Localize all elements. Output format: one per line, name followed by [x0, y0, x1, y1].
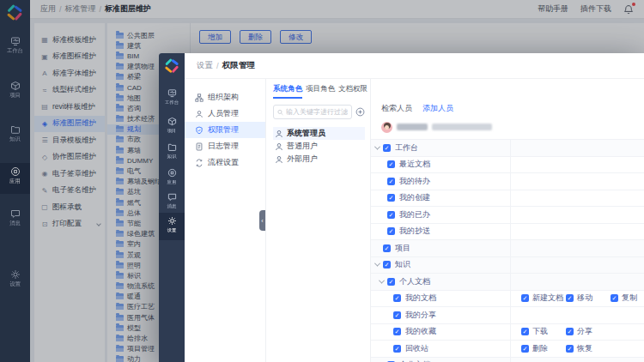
menu-label: 组织架构 — [208, 92, 239, 103]
breadcrumb-item[interactable]: 设置 — [197, 60, 213, 71]
checkbox-checked[interactable] — [387, 211, 395, 219]
role-filter-input[interactable] — [286, 108, 348, 116]
tree-row[interactable]: 我的抄送 — [371, 224, 644, 241]
checkbox-checked[interactable] — [521, 328, 529, 335]
sidebar-item-label: 工作台 — [161, 99, 184, 106]
user-row — [371, 118, 644, 136]
checkbox-checked[interactable] — [611, 294, 618, 302]
menu-item-logs[interactable]: 日志管理 — [185, 138, 265, 154]
permission-label: 我的分享 — [405, 310, 436, 321]
collapse-panel-handle[interactable]: ‹ — [259, 210, 265, 231]
permission-label: 我的已办 — [399, 209, 430, 220]
checkbox-checked[interactable] — [566, 328, 574, 335]
tree-row[interactable]: 最近文档 — [371, 157, 644, 174]
tree-row-favorites[interactable]: 我的收藏 下载 分享 — [371, 324, 644, 341]
role-item-selected[interactable]: 系统管理员 — [273, 127, 365, 140]
sidebar-item-settings[interactable]: 设置 — [159, 213, 185, 240]
settings-icon — [167, 216, 177, 226]
log-document-icon — [195, 142, 204, 151]
permission-label: 我的文档 — [405, 293, 436, 304]
sidebar-item-knowledge[interactable]: 知识 — [159, 142, 185, 160]
permission-label: 工作台 — [395, 142, 418, 154]
tab-project-roles[interactable]: 项目角色 — [306, 84, 335, 99]
chevron-down-icon[interactable] — [374, 261, 380, 267]
user-icon — [275, 130, 283, 138]
search-icon — [277, 109, 283, 116]
tree-row[interactable]: 我的创建 — [371, 190, 644, 208]
checkbox-checked[interactable] — [387, 160, 395, 168]
tree-row-recycle-bin[interactable]: 回收站 删除 恢复 — [371, 341, 644, 358]
menu-item-org-structure[interactable]: 组织架构 — [185, 89, 265, 106]
action-label: 移动 — [577, 293, 592, 304]
projects-icon — [167, 117, 177, 126]
tree-row-my-docs[interactable]: 我的文档 新建文档 移动 复制 — [371, 291, 644, 308]
menu-item-workflow[interactable]: 流程设置 — [185, 154, 265, 171]
checkbox-checked[interactable] — [393, 328, 401, 335]
permission-label: 我的创建 — [399, 192, 430, 203]
app-logo-icon — [163, 57, 180, 75]
permission-label: 我的待办 — [399, 176, 430, 187]
checkbox-checked[interactable] — [387, 278, 395, 286]
tree-row[interactable]: 我的分享 — [371, 307, 644, 324]
sidebar-item-messages[interactable]: 消息 — [159, 192, 185, 210]
tab-document-permissions[interactable]: 文档权限 — [338, 84, 368, 99]
menu-label: 流程设置 — [208, 157, 239, 168]
tab-system-roles[interactable]: 系统角色 — [273, 84, 302, 99]
checkbox-checked[interactable] — [521, 294, 529, 302]
menu-label: 人员管理 — [208, 108, 239, 119]
breadcrumb-separator: / — [216, 61, 219, 70]
checkbox-checked[interactable] — [393, 345, 401, 353]
permission-label: 我的抄送 — [399, 226, 430, 237]
workflow-icon — [195, 159, 204, 167]
tree-row[interactable]: 我的已办 — [371, 207, 644, 224]
checkbox-checked[interactable] — [387, 227, 395, 235]
redacted-user-name — [397, 124, 428, 130]
sidebar-item-label: 消息 — [161, 202, 184, 209]
sidebar-item-label: 设置 — [161, 226, 184, 233]
chevron-down-icon[interactable] — [374, 143, 380, 149]
role-item[interactable]: 外部用户 — [273, 153, 365, 166]
search-person-label[interactable]: 检索人员 — [381, 103, 412, 114]
sidebar-item-apps[interactable]: 应用 — [159, 168, 185, 186]
sidebar-item-projects[interactable]: 项目 — [159, 117, 185, 135]
modal-sidebar: 工作台 项目 知识 应用 消息 设置 — [159, 53, 185, 362]
action-label: 恢复 — [577, 343, 592, 354]
checkbox-checked[interactable] — [383, 244, 391, 252]
add-role-icon[interactable] — [355, 107, 365, 117]
checkbox-checked[interactable] — [383, 261, 391, 268]
permission-label: 知识 — [395, 259, 410, 270]
tree-row[interactable]: 我的待办 — [371, 173, 644, 190]
role-item[interactable]: 普通用户 — [273, 140, 365, 153]
permission-detail-panel: 检索人员 添加人员 工作台 最近文档 我的待办 我的创建 我的已办 我的抄送 项… — [371, 79, 644, 362]
checkbox-checked[interactable] — [387, 194, 395, 202]
menu-item-personnel[interactable]: 人员管理 — [185, 106, 265, 122]
checkbox-checked[interactable] — [393, 311, 401, 319]
add-person-link[interactable]: 添加人员 — [422, 103, 453, 114]
chevron-down-icon[interactable] — [379, 277, 385, 283]
shield-icon — [195, 126, 204, 135]
checkbox-checked[interactable] — [566, 294, 574, 302]
role-filter-box — [273, 105, 352, 119]
breadcrumb-current: 权限管理 — [222, 60, 255, 71]
permission-label: 项目 — [395, 243, 410, 254]
tree-row-projects[interactable]: 项目 — [371, 240, 644, 257]
tree-row-knowledge[interactable]: 知识 — [371, 257, 644, 275]
role-label: 系统管理员 — [287, 128, 325, 139]
checkbox-checked[interactable] — [393, 294, 401, 302]
menu-item-permissions[interactable]: 权限管理 — [185, 122, 265, 138]
permission-label: 最近文档 — [399, 159, 430, 170]
people-icon — [195, 110, 204, 118]
checkbox-checked[interactable] — [387, 178, 395, 185]
redacted-user-phone — [432, 124, 492, 130]
permission-label: 回收站 — [405, 343, 428, 354]
checkbox-checked[interactable] — [566, 345, 574, 353]
tree-row-workbench[interactable]: 工作台 — [371, 140, 644, 157]
sidebar-item-workbench[interactable]: 工作台 — [159, 88, 185, 106]
action-label: 新建文档 — [532, 293, 563, 304]
menu-label: 权限管理 — [208, 124, 239, 136]
tree-row-personal-docs[interactable]: 个人文档 — [371, 274, 644, 291]
action-label: 下载 — [532, 326, 548, 337]
tree-row-enterprise-docs[interactable]: 企业文档 — [371, 358, 644, 362]
checkbox-checked[interactable] — [521, 345, 529, 353]
checkbox-checked[interactable] — [383, 144, 391, 152]
